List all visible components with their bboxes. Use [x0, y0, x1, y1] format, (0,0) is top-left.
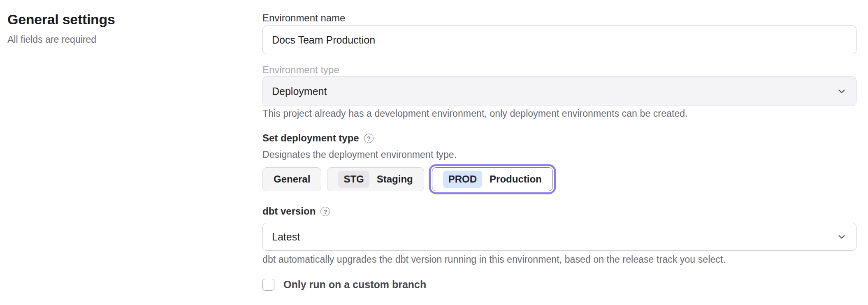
- deployment-type-option-staging[interactable]: STG Staging: [327, 167, 424, 191]
- staging-badge: STG: [338, 171, 369, 188]
- environment-name-value: Docs Team Production: [272, 34, 375, 46]
- chevron-down-icon: [836, 86, 847, 97]
- help-icon[interactable]: ?: [364, 134, 374, 143]
- deployment-type-option-label: Staging: [377, 173, 413, 185]
- deployment-type-heading-text: Set deployment type: [262, 132, 359, 144]
- custom-branch-label[interactable]: Only run on a custom branch: [283, 279, 426, 291]
- environment-type-select: Deployment: [262, 76, 856, 106]
- page-title: General settings: [7, 12, 238, 28]
- chevron-down-icon: [836, 231, 847, 242]
- deployment-type-heading: Set deployment type ?: [262, 132, 374, 144]
- deployment-type-options: General STG Staging PROD Production: [262, 167, 555, 191]
- dbt-version-helper: dbt automatically upgrades the dbt versi…: [262, 254, 726, 265]
- environment-type-helper: This project already has a development e…: [262, 108, 688, 119]
- deployment-type-helper: Designates the deployment environment ty…: [262, 149, 457, 160]
- environment-name-input[interactable]: Docs Team Production: [262, 25, 856, 54]
- dbt-version-heading-text: dbt version: [262, 206, 316, 217]
- production-badge: PROD: [443, 171, 482, 188]
- deployment-type-option-label: Production: [490, 173, 542, 185]
- custom-branch-checkbox[interactable]: [262, 279, 274, 291]
- dbt-version-value: Latest: [272, 231, 300, 243]
- page-subtitle: All fields are required: [7, 34, 238, 45]
- environment-type-label: Environment type: [262, 64, 339, 76]
- deployment-type-option-production[interactable]: PROD Production: [432, 167, 553, 191]
- deployment-type-option-general[interactable]: General: [262, 167, 321, 191]
- environment-type-value: Deployment: [272, 85, 327, 97]
- environment-settings-form: Environment name Docs Team Production En…: [262, 0, 856, 305]
- general-settings-page: General settings All fields are required…: [0, 0, 868, 305]
- dbt-version-heading: dbt version ?: [262, 206, 330, 217]
- custom-branch-row: Only run on a custom branch: [262, 279, 426, 291]
- page-header: General settings All fields are required: [7, 12, 238, 45]
- environment-name-label: Environment name: [262, 12, 345, 24]
- dbt-version-select[interactable]: Latest: [262, 223, 856, 251]
- help-icon[interactable]: ?: [320, 207, 330, 216]
- deployment-type-option-label: General: [274, 173, 310, 185]
